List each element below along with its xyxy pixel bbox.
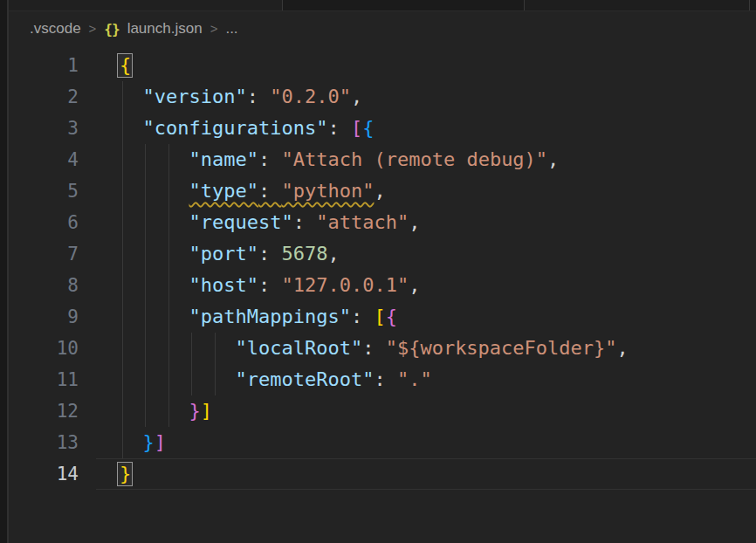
- line-number-active[interactable]: 14: [9, 458, 79, 490]
- code-text: "remoteRoot": ".": [79, 364, 432, 395]
- line-number[interactable]: 1: [9, 50, 79, 81]
- line-number[interactable]: 13: [9, 427, 79, 458]
- code-editor[interactable]: 1{ 2 "version": "0.2.0", 3 "configuratio…: [9, 50, 756, 490]
- tab-remnant-4[interactable]: [749, 0, 756, 10]
- code-text: "port": 5678,: [79, 238, 340, 270]
- json-key: "version": [143, 86, 247, 107]
- json-punctuation: :: [258, 180, 282, 202]
- code-line-4[interactable]: 4 "name": "Attach (remote debug)",: [9, 144, 756, 175]
- code-line-5[interactable]: 5 "type": "python",: [9, 175, 756, 207]
- json-number: 5678: [281, 243, 327, 265]
- line-number[interactable]: 9: [9, 301, 79, 333]
- code-line-7[interactable]: 7 "port": 5678,: [9, 238, 756, 270]
- json-key: "port": [189, 243, 258, 265]
- code-line-10[interactable]: 10 "localRoot": "${workspaceFolder}",: [9, 333, 756, 364]
- json-string: "python": [281, 180, 374, 202]
- json-string: "attach": [316, 211, 409, 233]
- line-number[interactable]: 12: [9, 395, 79, 427]
- code-text: "type": "python",: [79, 175, 386, 207]
- bracket-match: {: [120, 50, 131, 81]
- json-punctuation: ,: [409, 211, 420, 233]
- json-key: "request": [189, 211, 292, 233]
- code-line-8[interactable]: 8 "host": "127.0.0.1",: [9, 270, 756, 301]
- code-line-6[interactable]: 6 "request": "attach",: [9, 207, 756, 238]
- json-string: "127.0.0.1": [281, 274, 409, 296]
- tab-remnant-3[interactable]: [524, 0, 749, 10]
- json-key: "pathMappings": [189, 306, 350, 327]
- json-punctuation: :: [247, 86, 271, 107]
- code-text: "localRoot": "${workspaceFolder}",: [79, 333, 629, 364]
- json-punctuation: :: [293, 211, 317, 233]
- json-punctuation: ,: [617, 337, 629, 359]
- json-string: "0.2.0": [270, 86, 351, 107]
- json-key: "localRoot": [235, 337, 362, 359]
- json-string: "Attach (remote debug)": [281, 148, 547, 170]
- line-number[interactable]: 10: [9, 333, 79, 364]
- code-line-1[interactable]: 1{: [9, 50, 756, 81]
- code-line-2[interactable]: 2 "version": "0.2.0",: [9, 81, 756, 113]
- tab-bar-strip: [0, 0, 756, 11]
- code-line-14-current[interactable]: 14}: [9, 458, 756, 490]
- bracket: {: [386, 306, 397, 327]
- bracket-match: }: [120, 458, 131, 490]
- code-text: }: [79, 458, 131, 490]
- json-key: "remoteRoot": [235, 368, 374, 390]
- chevron-right-icon: >: [210, 21, 218, 36]
- json-punctuation: :: [258, 148, 282, 170]
- line-number[interactable]: 2: [9, 81, 79, 113]
- line-number[interactable]: 8: [9, 270, 79, 301]
- code-text: }]: [79, 427, 166, 458]
- json-punctuation: ,: [409, 274, 420, 296]
- code-text: "pathMappings": [{: [79, 301, 397, 333]
- json-punctuation: ,: [327, 243, 339, 265]
- code-text: "request": "attach",: [79, 207, 420, 238]
- json-punctuation: ,: [351, 86, 362, 107]
- code-line-13[interactable]: 13 }]: [9, 427, 756, 458]
- json-punctuation: ,: [374, 180, 385, 202]
- json-key: "configurations": [143, 117, 328, 139]
- bracket: [: [351, 117, 362, 139]
- code-text: "version": "0.2.0",: [79, 81, 362, 113]
- breadcrumb-file[interactable]: launch.json: [127, 20, 203, 38]
- code-text: }]: [79, 395, 212, 427]
- json-punctuation: :: [374, 368, 397, 390]
- bracket: ]: [155, 431, 166, 453]
- line-number[interactable]: 4: [9, 144, 79, 175]
- code-line-12[interactable]: 12 }]: [9, 395, 756, 427]
- tab-remnant-1[interactable]: [0, 0, 282, 10]
- code-line-9[interactable]: 9 "pathMappings": [{: [9, 301, 756, 333]
- json-punctuation: :: [327, 117, 351, 139]
- json-punctuation: :: [351, 306, 375, 327]
- tab-remnant-2[interactable]: [282, 0, 524, 10]
- json-punctuation: :: [258, 274, 282, 296]
- json-string: ".": [397, 368, 432, 390]
- code-text: "name": "Attach (remote debug)",: [79, 144, 559, 175]
- code-text: "host": "127.0.0.1",: [79, 270, 420, 301]
- json-key: "type": [189, 180, 258, 202]
- line-number[interactable]: 3: [9, 113, 79, 144]
- vscode-editor-window: .vscode > {} launch.json > ... 1{ 2 "ver…: [0, 0, 756, 543]
- bracket: }: [189, 400, 200, 422]
- code-text: {: [79, 50, 131, 81]
- window-left-edge: [0, 0, 9, 543]
- line-number[interactable]: 5: [9, 175, 79, 207]
- warning-squiggle: "type": "python": [189, 180, 374, 202]
- breadcrumb-symbol-ellipsis[interactable]: ...: [225, 20, 237, 38]
- json-key: "host": [189, 274, 258, 296]
- code-line-11[interactable]: 11 "remoteRoot": ".": [9, 364, 756, 395]
- json-key: "name": [189, 148, 258, 170]
- bracket: ]: [201, 400, 212, 422]
- line-number[interactable]: 11: [9, 364, 79, 395]
- json-punctuation: :: [362, 337, 386, 359]
- bracket: [: [374, 306, 385, 327]
- line-number[interactable]: 7: [9, 238, 79, 270]
- bracket: }: [143, 431, 155, 453]
- breadcrumb-folder[interactable]: .vscode: [30, 20, 81, 38]
- code-line-3[interactable]: 3 "configurations": [{: [9, 113, 756, 144]
- breadcrumb: .vscode > {} launch.json > ...: [9, 11, 756, 46]
- bracket: {: [362, 117, 374, 139]
- json-punctuation: ,: [547, 148, 559, 170]
- json-punctuation: :: [258, 243, 282, 265]
- line-number[interactable]: 6: [9, 207, 79, 238]
- chevron-right-icon: >: [89, 21, 97, 36]
